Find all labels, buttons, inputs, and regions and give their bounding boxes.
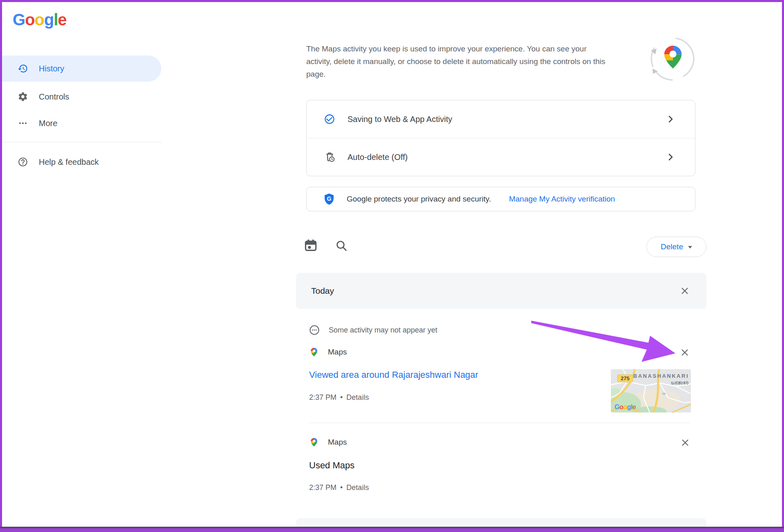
annotation-border-left bbox=[0, 0, 2, 532]
annotation-border-right bbox=[782, 0, 784, 532]
pending-dots-icon bbox=[309, 325, 320, 335]
manage-verification-link[interactable]: Manage My Activity verification bbox=[509, 195, 615, 204]
map-thumbnail[interactable]: 275 BANASHANKARI ಬನಶಂಕರಿ Google bbox=[611, 369, 691, 412]
calendar-icon bbox=[304, 238, 318, 252]
caret-down-icon bbox=[688, 246, 692, 248]
entry-details-link[interactable]: Details bbox=[346, 483, 369, 492]
sidebar-item-label: More bbox=[39, 119, 58, 128]
entry-app-row: Maps bbox=[309, 342, 347, 362]
route-shield-badge: 275 bbox=[617, 375, 633, 382]
sidebar-item-more[interactable]: More bbox=[2, 110, 161, 136]
annotation-border-bottom bbox=[0, 528, 784, 532]
entry-app-label: Maps bbox=[328, 348, 347, 357]
chevron-right-icon bbox=[665, 152, 675, 162]
entry-app-label: Maps bbox=[328, 438, 347, 447]
entry-title-link[interactable]: Viewed area around Rajarajeshwari Nagar bbox=[309, 370, 478, 380]
meta-separator: • bbox=[340, 393, 343, 402]
maps-pin-icon bbox=[309, 437, 319, 447]
entry-time: 2:37 PM bbox=[309, 393, 336, 402]
entry-meta: 2:37 PM • Details bbox=[309, 483, 369, 492]
svg-text:G: G bbox=[327, 195, 332, 202]
entries-divider bbox=[309, 423, 690, 423]
maps-pin-icon bbox=[309, 347, 319, 357]
auto-delete-icon bbox=[324, 151, 335, 163]
close-icon bbox=[680, 438, 690, 448]
sidebar-item-controls[interactable]: Controls bbox=[2, 84, 161, 110]
entry-app-row: Maps bbox=[309, 432, 347, 452]
today-section-header: Today bbox=[296, 273, 706, 309]
search-activity-button[interactable] bbox=[335, 239, 348, 254]
sidebar-item-help-feedback[interactable]: Help & feedback bbox=[2, 149, 161, 175]
entry-time: 2:37 PM bbox=[309, 483, 336, 492]
sidebar-divider bbox=[2, 142, 161, 142]
auto-delete-row[interactable]: Auto-delete (Off) bbox=[307, 138, 695, 176]
shield-g-icon: G bbox=[324, 193, 334, 205]
my-activity-page: Google History Controls More Help & feed… bbox=[0, 0, 784, 532]
annotation-border-top bbox=[0, 0, 784, 2]
map-place-label: BANASHANKARI ಬನಶಂಕರಿ bbox=[633, 373, 689, 386]
chevron-right-icon bbox=[665, 114, 675, 124]
google-logo[interactable]: Google bbox=[13, 11, 67, 29]
activity-notice: Some activity may not appear yet bbox=[309, 319, 437, 341]
entry-details-link[interactable]: Details bbox=[346, 393, 369, 402]
gear-icon bbox=[18, 91, 28, 102]
sidebar-item-label: History bbox=[39, 64, 64, 73]
search-icon bbox=[335, 239, 348, 252]
delete-entry-button[interactable] bbox=[680, 438, 690, 448]
privacy-text: Google protects your privacy and securit… bbox=[347, 195, 491, 204]
maps-activity-logo bbox=[648, 33, 698, 84]
check-circle-icon bbox=[324, 113, 335, 125]
sidebar-item-label: Help & feedback bbox=[39, 157, 99, 167]
sidebar-item-history[interactable]: History bbox=[2, 55, 161, 82]
more-dots-icon bbox=[18, 118, 28, 129]
privacy-banner: G Google protects your privacy and secur… bbox=[306, 187, 695, 211]
setting-row-label: Auto-delete (Off) bbox=[347, 153, 653, 162]
sidebar-item-label: Controls bbox=[39, 92, 69, 102]
delete-dropdown-button[interactable]: Delete bbox=[646, 237, 706, 257]
close-icon bbox=[680, 286, 690, 296]
delete-entry-button[interactable] bbox=[680, 348, 690, 357]
maps-pin-icon bbox=[660, 44, 686, 70]
activity-settings-card: Saving to Web & App Activity Auto-delete… bbox=[306, 100, 695, 176]
setting-row-label: Saving to Web & App Activity bbox=[347, 115, 653, 124]
history-icon bbox=[18, 63, 28, 74]
close-today-button[interactable] bbox=[680, 286, 690, 296]
entry-meta: 2:37 PM • Details bbox=[309, 393, 369, 402]
close-icon bbox=[680, 348, 690, 357]
help-icon bbox=[18, 157, 28, 167]
notice-text: Some activity may not appear yet bbox=[329, 326, 437, 335]
entry-title: Used Maps bbox=[309, 460, 354, 471]
saving-to-web-app-activity-row[interactable]: Saving to Web & App Activity bbox=[307, 100, 695, 138]
meta-separator: • bbox=[340, 483, 343, 492]
intro-text: The Maps activity you keep is used to im… bbox=[306, 42, 612, 80]
today-title: Today bbox=[311, 286, 334, 296]
calendar-filter-button[interactable] bbox=[304, 238, 318, 254]
google-watermark: Google bbox=[615, 403, 636, 411]
